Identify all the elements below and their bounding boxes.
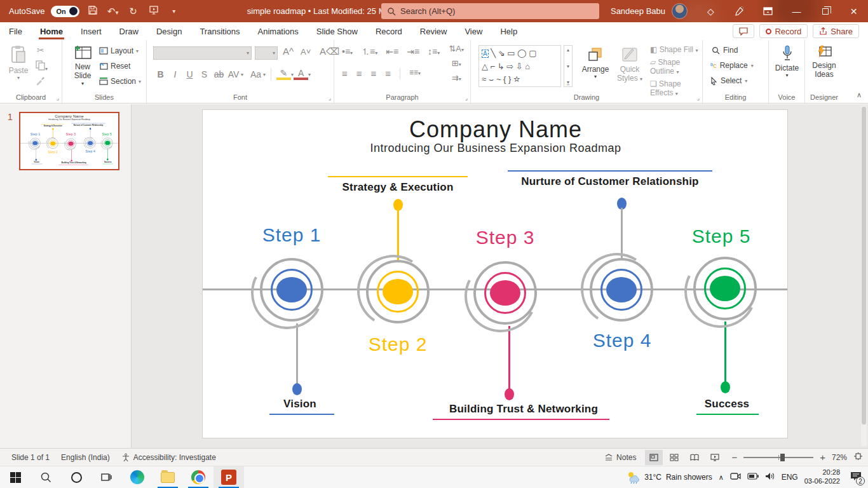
step-3-marker[interactable] <box>473 261 537 325</box>
drawing-dialog-launcher-icon[interactable]: ⌟ <box>697 95 700 101</box>
layout-button[interactable]: Layout▾ <box>99 46 139 55</box>
ribbon-display-options-icon[interactable] <box>754 0 782 22</box>
paste-button[interactable]: Paste ▾ <box>8 45 29 81</box>
file-explorer-app-button[interactable] <box>153 466 183 488</box>
nurture-callout-text[interactable]: Nurture of Customer Relationship <box>508 175 712 188</box>
vision-dot[interactable] <box>292 383 302 395</box>
nurture-callout-line[interactable] <box>508 170 712 172</box>
tab-animations[interactable]: Animations <box>249 22 308 40</box>
step-3-label[interactable]: Step 3 <box>461 227 550 248</box>
align-left-icon[interactable]: ≡ <box>342 68 348 79</box>
user-name[interactable]: Sandeep Babu <box>611 6 665 16</box>
shapes-more-icon[interactable]: ▾̲ <box>567 79 569 85</box>
tab-review[interactable]: Review <box>411 22 456 40</box>
zoom-slider[interactable] <box>743 457 813 458</box>
battery-icon[interactable] <box>747 473 759 482</box>
nurture-stem[interactable] <box>621 208 623 259</box>
share-button[interactable]: Share <box>813 24 859 38</box>
tab-help[interactable]: Help <box>491 22 526 40</box>
task-view-button[interactable] <box>92 466 122 488</box>
highlight-color-button[interactable]: ✎ <box>276 69 291 80</box>
notification-center-button[interactable]: 2 <box>850 471 862 483</box>
shape-gallery[interactable]: A ╲ ⇘ ▭ ◯ ▢ △ ⌐ ↳ ⇨ ⇩ ⌂ ≈ ⌣ ~ { } ☆ <box>478 45 561 87</box>
step-5-marker[interactable] <box>693 257 757 320</box>
trust-callout-line[interactable] <box>433 419 609 420</box>
design-ideas-button[interactable]: Design Ideas <box>805 45 843 79</box>
zoom-out-button[interactable]: − <box>731 452 737 463</box>
slide-sorter-view-button[interactable] <box>665 450 683 465</box>
fit-slide-button[interactable] <box>853 452 863 463</box>
tab-transitions[interactable]: Transitions <box>191 22 248 40</box>
quick-access-customize-icon[interactable]: ▾ <box>167 8 181 15</box>
step-1-label[interactable]: Step 1 <box>247 224 336 246</box>
vision-callout-line[interactable] <box>269 414 334 415</box>
select-button[interactable]: Select▾ <box>710 76 747 85</box>
success-stem[interactable] <box>724 322 726 383</box>
step-4-label[interactable]: Step 4 <box>578 330 667 351</box>
decrease-indent-icon[interactable]: ⇤≡ <box>386 46 398 58</box>
tab-file[interactable]: File <box>0 22 31 40</box>
accessibility-status[interactable]: Accessibility: Investigate <box>121 453 216 462</box>
shapes-scroll-up-icon[interactable]: ▴ <box>567 47 569 53</box>
success-dot[interactable] <box>721 381 730 393</box>
meet-now-icon[interactable] <box>730 472 741 482</box>
powerpoint-app-button[interactable]: P <box>214 466 244 488</box>
step-2-label[interactable]: Step 2 <box>353 334 442 355</box>
tab-insert[interactable]: Insert <box>72 22 111 40</box>
arrange-button[interactable]: Arrange ▾ <box>580 46 611 79</box>
step-4-marker[interactable] <box>590 258 653 322</box>
trust-dot[interactable] <box>505 388 514 400</box>
canvas-scrollbar[interactable] <box>861 105 867 446</box>
find-button[interactable]: Find <box>712 46 738 55</box>
coming-soon-icon[interactable] <box>725 0 754 22</box>
step-2-marker[interactable] <box>366 260 430 323</box>
success-callout-line[interactable] <box>696 414 759 415</box>
tab-home[interactable]: Home <box>31 22 72 40</box>
trust-stem[interactable] <box>508 326 510 390</box>
character-spacing-caret-icon[interactable]: ▾ <box>241 72 243 78</box>
close-button[interactable]: ✕ <box>839 0 868 22</box>
zoom-slider-knob[interactable] <box>780 454 785 461</box>
dictate-button[interactable]: Dictate ▾ <box>769 45 805 78</box>
replace-button[interactable]: ᵇc Replace▾ <box>710 61 754 70</box>
character-spacing-button[interactable]: AV <box>226 69 241 79</box>
tab-design[interactable]: Design <box>147 22 191 40</box>
strategy-callout-line[interactable] <box>328 176 468 177</box>
paragraph-dialog-launcher-icon[interactable]: ⌟ <box>465 95 468 101</box>
user-avatar[interactable] <box>672 3 688 19</box>
line-spacing-icon[interactable]: ↕≡▾ <box>428 46 440 58</box>
new-slide-button[interactable]: New Slide ▾ <box>69 45 97 86</box>
start-button[interactable] <box>0 466 31 488</box>
strategy-callout-text[interactable]: Strategy & Execution <box>328 181 468 194</box>
grow-font-icon[interactable]: A^ <box>283 46 294 57</box>
normal-view-button[interactable] <box>645 450 663 465</box>
slide-count[interactable]: Slide 1 of 1 <box>11 453 50 462</box>
font-name-select[interactable]: ▾ <box>153 46 252 60</box>
volume-icon[interactable] <box>765 472 775 482</box>
search-input[interactable]: Search (Alt+Q) <box>381 3 599 19</box>
tab-draw[interactable]: Draw <box>111 22 147 40</box>
tray-expand-icon[interactable]: ∧ <box>719 473 724 482</box>
slide-thumbnail[interactable]: Company Name Introducing Our Business Ex… <box>19 112 119 170</box>
shape-fill-button[interactable]: ◧ Shape Fill ▾ <box>650 45 702 54</box>
font-dialog-launcher-icon[interactable]: ⌟ <box>329 95 331 101</box>
align-right-icon[interactable]: ≡ <box>371 68 377 79</box>
tab-view[interactable]: View <box>456 22 491 40</box>
minimize-button[interactable]: — <box>782 0 811 22</box>
change-case-caret-icon[interactable]: ▾ <box>263 72 266 78</box>
tab-record[interactable]: Record <box>367 22 411 40</box>
reset-button[interactable]: Reset <box>99 62 130 71</box>
format-painter-icon[interactable] <box>36 76 46 88</box>
record-button[interactable]: Record <box>759 24 808 38</box>
edge-app-button[interactable] <box>122 466 153 488</box>
input-language[interactable]: ENG <box>782 473 798 482</box>
step-1-marker[interactable] <box>260 258 323 322</box>
start-slideshow-icon[interactable] <box>147 5 161 17</box>
clipboard-dialog-launcher-icon[interactable]: ⌟ <box>57 95 59 101</box>
premium-diamond-icon[interactable]: ◇ <box>696 0 725 22</box>
cut-icon[interactable]: ✂ <box>37 45 44 55</box>
language-status[interactable]: English (India) <box>61 453 110 462</box>
weather-widget[interactable]: 31°C Rain showers <box>626 471 712 484</box>
shrink-font-icon[interactable]: A˅ <box>301 47 311 57</box>
tab-slide-show[interactable]: Slide Show <box>308 22 367 40</box>
